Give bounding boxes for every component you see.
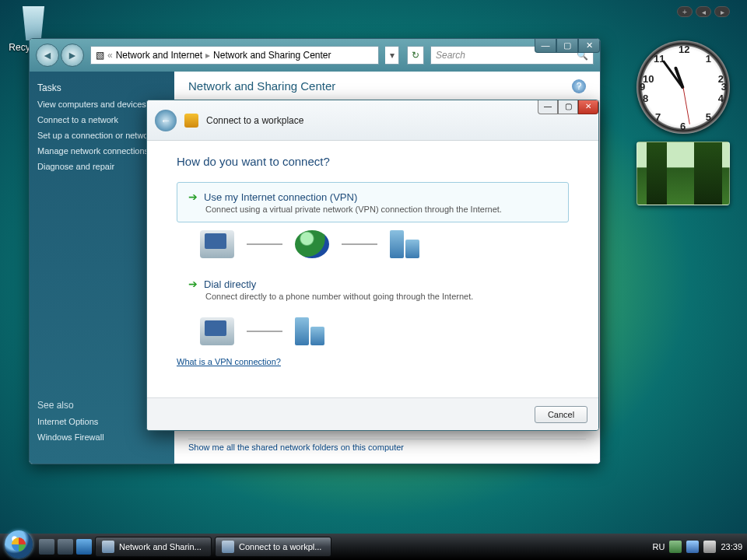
option-vpn-title: Use my Internet connection (VPN) bbox=[204, 191, 357, 203]
tray-clock[interactable]: 23:39 bbox=[721, 542, 742, 551]
control-panel-icon: ▧ bbox=[96, 50, 104, 61]
option-dial[interactable]: ➔Dial directly Connect directly to a pho… bbox=[177, 269, 569, 310]
option-dial-desc: Connect directly to a phone number witho… bbox=[205, 292, 557, 301]
wizard-icon bbox=[184, 114, 198, 128]
nav-back-button[interactable]: ◄ bbox=[36, 44, 59, 67]
explorer-minimize-button[interactable]: — bbox=[535, 39, 556, 53]
arrow-icon: ➔ bbox=[188, 191, 198, 203]
refresh-button[interactable]: ↻ bbox=[407, 46, 424, 65]
clock-gadget[interactable]: 12 1 2 3 4 5 6 7 8 9 10 11 bbox=[637, 40, 730, 134]
option-vpn[interactable]: ➔Use my Internet connection (VPN) Connec… bbox=[177, 182, 569, 222]
gadget-add-icon[interactable]: + bbox=[677, 6, 693, 17]
wizard-icon bbox=[222, 541, 234, 553]
page-title: Network and Sharing Center bbox=[188, 79, 335, 93]
slideshow-gadget[interactable] bbox=[637, 142, 730, 205]
seealso-heading: See also bbox=[37, 400, 104, 411]
server-icon bbox=[390, 230, 424, 258]
tray-icon[interactable] bbox=[669, 541, 682, 553]
wizard-footer: Cancel bbox=[147, 397, 598, 430]
search-placeholder: Search bbox=[436, 50, 465, 61]
wizard-minimize-button[interactable]: — bbox=[538, 100, 558, 114]
connect-workplace-wizard: ← Connect to a workplace — ▢ ✕ How do yo… bbox=[146, 100, 599, 431]
globe-icon bbox=[295, 230, 329, 258]
system-tray: RU 23:39 bbox=[653, 541, 742, 553]
quicklaunch-show-desktop[interactable] bbox=[39, 539, 54, 555]
control-panel-icon bbox=[102, 541, 114, 553]
wizard-titlebar[interactable]: ← Connect to a workplace — ▢ ✕ bbox=[147, 100, 598, 141]
recycle-bin-icon bbox=[16, 6, 51, 40]
option-dial-title: Dial directly bbox=[204, 278, 256, 290]
taskbar-item-label: Network and Sharin... bbox=[119, 542, 202, 551]
quicklaunch-switch-windows[interactable] bbox=[58, 539, 73, 555]
volume-icon[interactable] bbox=[703, 541, 716, 553]
taskbar-item-label: Connect to a workpl... bbox=[239, 542, 321, 551]
breadcrumb-sharing-center[interactable]: Network and Sharing Center bbox=[213, 50, 331, 61]
help-button[interactable]: ? bbox=[572, 79, 586, 93]
network-icon[interactable] bbox=[686, 541, 699, 553]
wizard-body: How do you want to connect? ➔Use my Inte… bbox=[147, 141, 598, 397]
gadget-prev-icon[interactable]: ◂ bbox=[696, 6, 711, 17]
dial-diagram bbox=[200, 317, 569, 345]
nav-forward-button[interactable]: ► bbox=[61, 44, 84, 67]
option-vpn-desc: Connect using a virtual private network … bbox=[205, 205, 557, 214]
explorer-maximize-button[interactable]: ▢ bbox=[556, 39, 578, 53]
arrow-icon: ➔ bbox=[188, 278, 198, 290]
what-is-vpn-link[interactable]: What is a VPN connection? bbox=[177, 357, 281, 366]
wizard-back-button[interactable]: ← bbox=[155, 110, 177, 131]
seealso-internet-options[interactable]: Internet Options bbox=[37, 417, 104, 426]
computer-icon bbox=[200, 230, 234, 258]
server-icon bbox=[295, 317, 329, 345]
wizard-title: Connect to a workplace bbox=[206, 115, 303, 126]
wizard-heading: How do you want to connect? bbox=[177, 155, 569, 168]
vpn-diagram bbox=[200, 230, 569, 258]
address-dropdown[interactable]: ▾ bbox=[385, 46, 399, 65]
explorer-close-button[interactable]: ✕ bbox=[578, 39, 600, 53]
explorer-titlebar: ◄ ► ▧ « Network and Internet ▸ Network a… bbox=[30, 39, 600, 72]
start-button[interactable] bbox=[5, 530, 33, 558]
wizard-close-button[interactable]: ✕ bbox=[578, 100, 598, 114]
seealso-windows-firewall[interactable]: Windows Firewall bbox=[37, 432, 104, 442]
breadcrumb-network-internet[interactable]: Network and Internet bbox=[116, 50, 202, 61]
gadget-next-icon[interactable]: ▸ bbox=[714, 6, 730, 17]
taskbar-item-network-sharing[interactable]: Network and Sharin... bbox=[95, 537, 212, 557]
address-bar[interactable]: ▧ « Network and Internet ▸ Network and S… bbox=[90, 46, 379, 65]
computer-icon bbox=[200, 317, 234, 345]
clock-face: 12 1 2 3 4 5 6 7 8 9 10 11 bbox=[637, 40, 730, 134]
shared-folders-link[interactable]: Show me all the shared network folders o… bbox=[188, 439, 586, 457]
cancel-button[interactable]: Cancel bbox=[535, 406, 587, 423]
tasks-heading: Tasks bbox=[37, 82, 167, 93]
language-indicator[interactable]: RU bbox=[653, 542, 665, 551]
taskbar: Network and Sharin... Connect to a workp… bbox=[0, 534, 747, 560]
wizard-maximize-button[interactable]: ▢ bbox=[558, 100, 578, 114]
taskbar-item-connect-workplace[interactable]: Connect to a workpl... bbox=[215, 537, 331, 557]
quicklaunch-ie[interactable] bbox=[76, 539, 92, 555]
sidebar-gadget-controls[interactable]: + ◂ ▸ bbox=[677, 6, 730, 17]
